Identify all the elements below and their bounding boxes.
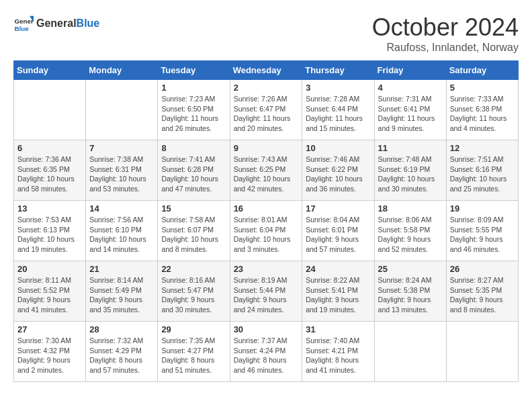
day-number: 9 [234,143,299,153]
calendar-week-row: 20Sunrise: 8:11 AM Sunset: 5:52 PM Dayli… [14,261,519,322]
calendar-cell: 9Sunrise: 7:43 AM Sunset: 6:25 PM Daylig… [230,140,302,201]
day-number: 25 [378,264,443,274]
day-number: 20 [17,264,82,274]
calendar-day-header: Thursday [302,61,374,80]
day-info: Sunrise: 8:24 AM Sunset: 5:38 PM Dayligh… [378,275,443,315]
day-info: Sunrise: 7:33 AM Sunset: 6:38 PM Dayligh… [450,94,515,134]
calendar-table: SundayMondayTuesdayWednesdayThursdayFrid… [13,60,519,382]
day-info: Sunrise: 8:14 AM Sunset: 5:49 PM Dayligh… [89,275,154,315]
day-number: 28 [89,324,154,334]
calendar-cell: 28Sunrise: 7:32 AM Sunset: 4:29 PM Dayli… [86,322,158,382]
calendar-cell: 24Sunrise: 8:22 AM Sunset: 5:41 PM Dayli… [302,261,374,322]
logo: General Blue GeneralBlue [13,13,99,34]
day-number: 21 [89,264,154,274]
day-info: Sunrise: 7:37 AM Sunset: 4:24 PM Dayligh… [234,336,299,375]
calendar-cell: 16Sunrise: 8:01 AM Sunset: 6:04 PM Dayli… [230,201,302,261]
day-number: 10 [306,143,370,153]
calendar-cell: 22Sunrise: 8:16 AM Sunset: 5:47 PM Dayli… [158,261,230,322]
day-info: Sunrise: 7:30 AM Sunset: 4:32 PM Dayligh… [17,336,82,375]
location-subtitle: Raufoss, Innlandet, Norway [372,42,519,54]
day-info: Sunrise: 7:56 AM Sunset: 6:10 PM Dayligh… [89,215,154,255]
page-header: General Blue GeneralBlue October 2024 Ra… [13,13,519,54]
month-title: October 2024 [372,13,519,42]
calendar-cell: 14Sunrise: 7:56 AM Sunset: 6:10 PM Dayli… [86,201,158,261]
calendar-cell: 15Sunrise: 7:58 AM Sunset: 6:07 PM Dayli… [158,201,230,261]
day-number: 1 [161,83,226,93]
calendar-day-header: Monday [86,61,158,80]
day-number: 4 [378,83,443,93]
day-number: 26 [450,264,515,274]
calendar-cell: 31Sunrise: 7:40 AM Sunset: 4:21 PM Dayli… [302,322,374,382]
day-number: 3 [306,83,370,93]
calendar-cell: 17Sunrise: 8:04 AM Sunset: 6:01 PM Dayli… [302,201,374,261]
day-number: 18 [378,203,443,214]
day-info: Sunrise: 8:27 AM Sunset: 5:35 PM Dayligh… [450,275,515,315]
day-info: Sunrise: 7:43 AM Sunset: 6:25 PM Dayligh… [234,154,299,194]
day-info: Sunrise: 7:31 AM Sunset: 6:41 PM Dayligh… [378,94,443,134]
logo-general-text: General [36,17,77,29]
calendar-day-header: Wednesday [230,61,302,80]
day-number: 15 [161,203,226,214]
calendar-cell: 27Sunrise: 7:30 AM Sunset: 4:32 PM Dayli… [14,322,86,382]
calendar-cell: 25Sunrise: 8:24 AM Sunset: 5:38 PM Dayli… [374,261,446,322]
day-info: Sunrise: 7:32 AM Sunset: 4:29 PM Dayligh… [89,336,154,375]
calendar-day-header: Sunday [14,61,86,80]
day-number: 7 [89,143,154,153]
day-number: 24 [306,264,370,274]
calendar-header: SundayMondayTuesdayWednesdayThursdayFrid… [14,61,519,80]
calendar-cell: 26Sunrise: 8:27 AM Sunset: 5:35 PM Dayli… [446,261,518,322]
calendar-cell [14,80,86,140]
svg-text:General: General [15,17,34,25]
calendar-day-header: Friday [374,61,446,80]
calendar-cell: 5Sunrise: 7:33 AM Sunset: 6:38 PM Daylig… [446,80,518,140]
day-info: Sunrise: 8:06 AM Sunset: 5:58 PM Dayligh… [378,215,443,255]
day-info: Sunrise: 7:36 AM Sunset: 6:35 PM Dayligh… [17,154,82,194]
calendar-cell: 4Sunrise: 7:31 AM Sunset: 6:41 PM Daylig… [374,80,446,140]
day-number: 27 [17,324,82,334]
calendar-cell: 3Sunrise: 7:28 AM Sunset: 6:44 PM Daylig… [302,80,374,140]
calendar-cell: 13Sunrise: 7:53 AM Sunset: 6:13 PM Dayli… [14,201,86,261]
calendar-week-row: 13Sunrise: 7:53 AM Sunset: 6:13 PM Dayli… [14,201,519,261]
day-info: Sunrise: 7:41 AM Sunset: 6:28 PM Dayligh… [161,154,226,194]
day-number: 23 [234,264,299,274]
calendar-cell: 19Sunrise: 8:09 AM Sunset: 5:55 PM Dayli… [446,201,518,261]
day-info: Sunrise: 8:11 AM Sunset: 5:52 PM Dayligh… [17,275,82,315]
day-info: Sunrise: 7:58 AM Sunset: 6:07 PM Dayligh… [161,215,226,255]
day-number: 17 [306,203,370,214]
calendar-cell: 8Sunrise: 7:41 AM Sunset: 6:28 PM Daylig… [158,140,230,201]
day-info: Sunrise: 8:16 AM Sunset: 5:47 PM Dayligh… [161,275,226,315]
calendar-cell [86,80,158,140]
calendar-day-header: Tuesday [158,61,230,80]
day-number: 12 [450,143,515,153]
day-info: Sunrise: 8:04 AM Sunset: 6:01 PM Dayligh… [306,215,370,255]
calendar-cell: 12Sunrise: 7:51 AM Sunset: 6:16 PM Dayli… [446,140,518,201]
day-number: 29 [161,324,226,334]
calendar-cell [374,322,446,382]
day-number: 2 [234,83,299,93]
day-number: 5 [450,83,515,93]
day-number: 13 [17,203,82,214]
calendar-week-row: 27Sunrise: 7:30 AM Sunset: 4:32 PM Dayli… [14,322,519,382]
calendar-cell: 18Sunrise: 8:06 AM Sunset: 5:58 PM Dayli… [374,201,446,261]
day-number: 8 [161,143,226,153]
calendar-cell: 2Sunrise: 7:26 AM Sunset: 6:47 PM Daylig… [230,80,302,140]
day-info: Sunrise: 7:46 AM Sunset: 6:22 PM Dayligh… [306,154,370,194]
calendar-cell: 21Sunrise: 8:14 AM Sunset: 5:49 PM Dayli… [86,261,158,322]
calendar-cell: 23Sunrise: 8:19 AM Sunset: 5:44 PM Dayli… [230,261,302,322]
day-info: Sunrise: 8:09 AM Sunset: 5:55 PM Dayligh… [450,215,515,255]
day-number: 22 [161,264,226,274]
day-info: Sunrise: 7:28 AM Sunset: 6:44 PM Dayligh… [306,94,370,134]
logo-blue-text: Blue [77,17,100,29]
day-info: Sunrise: 7:38 AM Sunset: 6:31 PM Dayligh… [89,154,154,194]
day-info: Sunrise: 8:22 AM Sunset: 5:41 PM Dayligh… [306,275,370,315]
svg-text:Blue: Blue [15,25,30,32]
calendar-cell: 29Sunrise: 7:35 AM Sunset: 4:27 PM Dayli… [158,322,230,382]
calendar-cell: 11Sunrise: 7:48 AM Sunset: 6:19 PM Dayli… [374,140,446,201]
day-info: Sunrise: 7:26 AM Sunset: 6:47 PM Dayligh… [234,94,299,134]
day-number: 11 [378,143,443,153]
calendar-cell: 1Sunrise: 7:23 AM Sunset: 6:50 PM Daylig… [158,80,230,140]
day-info: Sunrise: 7:48 AM Sunset: 6:19 PM Dayligh… [378,154,443,194]
day-info: Sunrise: 7:35 AM Sunset: 4:27 PM Dayligh… [161,336,226,375]
day-info: Sunrise: 7:51 AM Sunset: 6:16 PM Dayligh… [450,154,515,194]
day-info: Sunrise: 8:01 AM Sunset: 6:04 PM Dayligh… [234,215,299,255]
